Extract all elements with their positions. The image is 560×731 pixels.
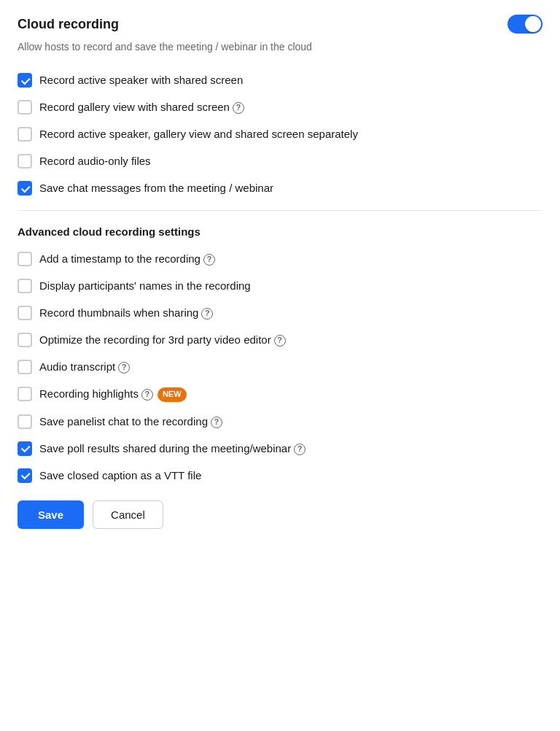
checkbox-item-recording-highlights: Recording highlights?NEW — [18, 386, 542, 402]
checkbox-participant-names[interactable] — [18, 279, 32, 293]
checkbox-audio-transcript[interactable] — [18, 360, 32, 374]
label-audio-only: Record audio-only files — [39, 153, 151, 169]
checkbox-thumbnails[interactable] — [18, 306, 32, 320]
checkbox-item-optimize-3rdparty: Optimize the recording for 3rd party vid… — [18, 332, 542, 347]
checkbox-item-thumbnails: Record thumbnails when sharing? — [18, 305, 542, 320]
action-buttons: Save Cancel — [18, 500, 542, 529]
advanced-settings-section: Add a timestamp to the recording?Display… — [18, 251, 542, 483]
help-icon-thumbnails[interactable]: ? — [201, 308, 213, 320]
checkbox-closed-caption-vtt[interactable] — [18, 468, 32, 483]
label-timestamp: Add a timestamp to the recording? — [39, 251, 215, 266]
label-active-speaker-shared: Record active speaker with shared screen — [39, 72, 243, 88]
checkbox-panelist-chat[interactable] — [18, 414, 32, 429]
help-icon-timestamp[interactable]: ? — [203, 254, 215, 266]
help-icon-poll-results[interactable]: ? — [294, 444, 306, 455]
checkbox-audio-only[interactable] — [18, 154, 32, 169]
help-icon-gallery-view-shared[interactable]: ? — [233, 102, 244, 114]
checkbox-recording-highlights[interactable] — [18, 387, 32, 401]
help-icon-recording-highlights[interactable]: ? — [141, 389, 153, 401]
help-icon-audio-transcript[interactable]: ? — [118, 362, 130, 374]
checkbox-item-active-speaker-shared: Record active speaker with shared screen — [18, 72, 542, 88]
checkbox-item-save-chat: Save chat messages from the meeting / we… — [18, 180, 542, 196]
checkbox-item-audio-transcript: Audio transcript? — [18, 359, 542, 374]
section-divider — [18, 210, 542, 211]
header-subtitle: Allow hosts to record and save the meeti… — [18, 39, 542, 55]
label-closed-caption-vtt: Save closed caption as a VTT file — [39, 468, 201, 483]
checkbox-active-speaker-gallery-separately[interactable] — [18, 127, 32, 142]
checkbox-item-gallery-view-shared: Record gallery view with shared screen? — [18, 99, 542, 115]
checkbox-item-timestamp: Add a timestamp to the recording? — [18, 251, 542, 266]
badge-recording-highlights: NEW — [158, 387, 187, 401]
save-button[interactable]: Save — [18, 500, 84, 529]
label-participant-names: Display participants' names in the recor… — [39, 278, 251, 293]
basic-settings-section: Record active speaker with shared screen… — [18, 72, 542, 196]
label-poll-results: Save poll results shared during the meet… — [39, 441, 306, 456]
checkbox-active-speaker-shared[interactable] — [18, 73, 32, 88]
checkbox-item-active-speaker-gallery-separately: Record active speaker, gallery view and … — [18, 126, 542, 142]
cloud-recording-toggle[interactable] — [508, 15, 542, 34]
checkbox-poll-results[interactable] — [18, 441, 32, 456]
label-recording-highlights: Recording highlights?NEW — [39, 386, 187, 402]
label-optimize-3rdparty: Optimize the recording for 3rd party vid… — [39, 332, 286, 347]
cloud-recording-header: Cloud recording — [18, 15, 542, 34]
checkbox-item-poll-results: Save poll results shared during the meet… — [18, 441, 542, 456]
label-panelist-chat: Save panelist chat to the recording? — [39, 414, 222, 429]
checkbox-timestamp[interactable] — [18, 252, 32, 266]
label-save-chat: Save chat messages from the meeting / we… — [39, 180, 273, 196]
checkbox-gallery-view-shared[interactable] — [18, 100, 32, 115]
label-audio-transcript: Audio transcript? — [39, 359, 130, 374]
checkbox-optimize-3rdparty[interactable] — [18, 333, 32, 347]
checkbox-save-chat[interactable] — [18, 181, 32, 196]
checkbox-item-audio-only: Record audio-only files — [18, 153, 542, 169]
help-icon-optimize-3rdparty[interactable]: ? — [274, 335, 286, 347]
checkbox-item-closed-caption-vtt: Save closed caption as a VTT file — [18, 468, 542, 483]
label-gallery-view-shared: Record gallery view with shared screen? — [39, 99, 244, 115]
label-active-speaker-gallery-separately: Record active speaker, gallery view and … — [39, 126, 358, 142]
advanced-section-title: Advanced cloud recording settings — [18, 225, 542, 238]
checkbox-item-panelist-chat: Save panelist chat to the recording? — [18, 414, 542, 429]
help-icon-panelist-chat[interactable]: ? — [211, 417, 222, 428]
checkbox-item-participant-names: Display participants' names in the recor… — [18, 278, 542, 293]
cancel-button[interactable]: Cancel — [93, 500, 163, 529]
label-thumbnails: Record thumbnails when sharing? — [39, 305, 213, 320]
page-title: Cloud recording — [18, 17, 119, 32]
